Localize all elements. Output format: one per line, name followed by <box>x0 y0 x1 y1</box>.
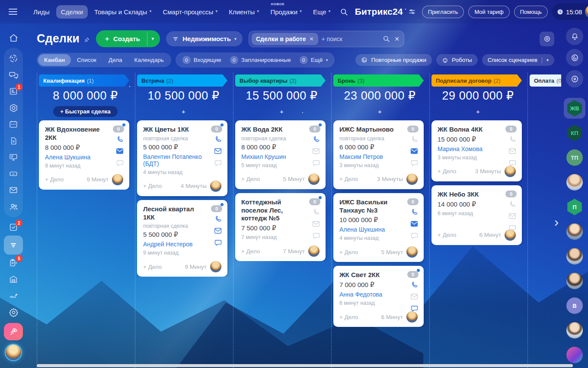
phone-icon[interactable] <box>312 135 320 143</box>
deal-title[interactable]: ЖК Вода 2КК <box>241 126 320 134</box>
nav-item[interactable]: Товары и Склады ▾ <box>89 5 157 19</box>
card-counter-badge[interactable]: 0 <box>211 126 222 132</box>
bitrix24-logo[interactable]: Битрикс24 ◔ <box>355 6 415 17</box>
deal-card[interactable]: 0 ЖК Свет 2КК 7 000 000 ₽ Анна Федотова … <box>333 266 424 327</box>
deal-client-link[interactable]: Алена Шукшина <box>45 154 123 161</box>
deal-card[interactable]: 0 Коттеджный поселок Лес, коттедж №5 7 5… <box>235 193 326 261</box>
kanban-column-header[interactable]: Бронь (3) <box>333 74 424 87</box>
chat-icon[interactable] <box>312 232 320 240</box>
deal-title[interactable]: ЖК Свет 2КК <box>339 271 418 279</box>
user-avatar[interactable]: КП <box>566 125 583 141</box>
repeat-sales-button[interactable]: Повторные продажи <box>355 54 432 66</box>
chat-icon[interactable] <box>312 159 320 167</box>
assignee-avatar[interactable] <box>406 311 418 323</box>
user-avatar[interactable]: П <box>566 199 583 215</box>
assignee-avatar[interactable] <box>210 261 221 272</box>
sidebar-item-processes[interactable]: 5 <box>4 255 23 271</box>
chat-icon[interactable] <box>214 159 222 167</box>
phone-icon[interactable] <box>508 200 517 208</box>
user-avatar[interactable] <box>566 223 583 240</box>
phone-icon[interactable] <box>214 135 222 143</box>
add-activity-link[interactable]: + Дело <box>241 176 260 182</box>
chat-icon[interactable] <box>508 224 517 232</box>
deal-client-link[interactable]: Валентин Потапенко (БДТ) <box>143 153 221 167</box>
phone-icon[interactable] <box>116 135 124 143</box>
card-counter-badge[interactable]: 0 <box>309 198 320 205</box>
search-icon[interactable] <box>338 6 350 18</box>
user-avatar[interactable]: ЖВ <box>566 100 583 116</box>
card-counter-badge[interactable]: 0 <box>309 126 320 132</box>
chat-icon[interactable] <box>410 159 419 167</box>
clear-search-icon[interactable]: ✕ <box>394 36 399 42</box>
deal-title[interactable]: ЖК Вдохновение 2КК <box>45 126 123 142</box>
scenarios-dropdown[interactable]: Список сценариев ▾ <box>482 54 554 66</box>
mail-icon[interactable] <box>508 212 517 220</box>
mail-icon[interactable] <box>410 147 419 155</box>
deal-client-link[interactable]: Андрей Нестеров <box>143 241 221 248</box>
add-activity-link[interactable]: + Дело <box>241 248 260 255</box>
notifications-bell-button[interactable] <box>566 28 583 45</box>
phone-icon[interactable] <box>214 215 222 223</box>
user-avatar[interactable]: ТП <box>566 149 583 166</box>
add-activity-link[interactable]: + Дело <box>339 314 358 320</box>
nav-item[interactable]: Еще ▾ <box>308 5 336 19</box>
sidebar-item-drive[interactable] <box>4 165 23 182</box>
card-counter-badge[interactable]: 0 <box>113 126 124 132</box>
kanban-column-header[interactable]: Подписали договор (2) <box>431 74 522 87</box>
assignee-avatar[interactable] <box>112 174 123 185</box>
user-avatar[interactable] <box>566 322 583 339</box>
mail-icon[interactable] <box>312 220 320 228</box>
card-counter-badge[interactable]: 0 <box>505 190 517 197</box>
sidebar-item-documents[interactable] <box>4 132 23 149</box>
assignee-avatar[interactable] <box>406 174 418 185</box>
sidebar-item-warehouse[interactable] <box>4 271 23 287</box>
funnel-selector[interactable]: Недвижимость ▾ <box>166 31 243 46</box>
kanban-next-arrow[interactable]: › <box>554 216 559 229</box>
card-counter-badge[interactable]: 0 <box>407 271 419 278</box>
card-counter-badge[interactable]: 0 <box>505 126 517 132</box>
search-input[interactable]: Сделки в работе ✕ + поиск ✕ <box>249 31 404 47</box>
phone-icon[interactable] <box>312 208 320 216</box>
mail-icon[interactable] <box>508 147 517 155</box>
deal-card[interactable]: 0 ИЖС Васильки Танхаус №3 10 000 000 ₽ А… <box>333 193 424 262</box>
my-tariff-button[interactable]: Мой тариф <box>468 6 509 18</box>
sidebar-item-settings[interactable] <box>4 304 23 320</box>
add-activity-link[interactable]: + Дело <box>143 183 162 189</box>
deal-title[interactable]: ЖК Цветы 1КК <box>143 126 221 134</box>
user-avatar[interactable] <box>566 347 583 363</box>
assignee-avatar[interactable] <box>505 166 516 177</box>
chat-icon[interactable] <box>214 239 222 247</box>
add-deal-button[interactable]: + <box>378 108 382 115</box>
deal-title[interactable]: ИЖС Мартыново <box>339 126 418 134</box>
sidebar-item-messenger[interactable] <box>4 67 23 83</box>
nav-item[interactable]: Лиды <box>29 5 54 19</box>
chat-icon[interactable] <box>410 232 419 240</box>
pin-icon[interactable] <box>84 37 90 43</box>
create-deal-button[interactable]: ＋ Создать ▾ <box>96 30 160 47</box>
user-avatar[interactable] <box>566 273 583 289</box>
help-button[interactable]: Помощь <box>514 6 548 18</box>
deal-title[interactable]: Лесной квартал 1КК <box>143 205 221 222</box>
add-activity-link[interactable]: + Дело <box>339 249 358 255</box>
view-tab[interactable]: Список <box>71 54 102 66</box>
view-tab[interactable]: Календарь <box>128 54 170 66</box>
robots-button[interactable]: Роботы <box>436 54 478 66</box>
mail-icon[interactable] <box>410 293 419 300</box>
phone-icon[interactable] <box>410 208 419 216</box>
close-icon[interactable]: ✕ <box>309 36 313 42</box>
view-tab[interactable]: Канбан <box>38 54 71 66</box>
view-tab[interactable]: Дела <box>102 54 128 66</box>
sidebar-item-crm[interactable] <box>4 236 23 255</box>
assignee-avatar[interactable] <box>308 245 320 257</box>
add-deal-button[interactable]: + <box>182 108 185 115</box>
deal-card[interactable]: 0 ЖК Цветы 1КК повторная сделка 5 000 00… <box>137 120 227 196</box>
mail-icon[interactable] <box>214 227 222 235</box>
mail-icon[interactable] <box>410 220 419 228</box>
create-dropdown-caret[interactable]: ▾ <box>147 32 160 46</box>
phone-icon[interactable] <box>508 135 517 143</box>
sidebar-item-tasks[interactable]: 2 <box>4 219 23 236</box>
deal-client-link[interactable]: Анна Федотова <box>339 291 418 298</box>
counter-item[interactable]: 0 Ещё ▾ <box>295 54 332 66</box>
chat-icon[interactable] <box>116 159 124 167</box>
add-activity-link[interactable]: + Дело <box>339 176 358 182</box>
